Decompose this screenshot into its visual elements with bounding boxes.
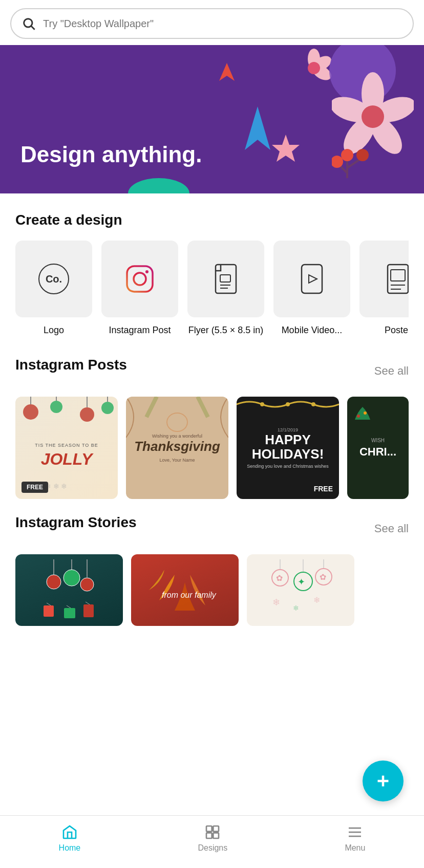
svg-point-45: [286, 402, 290, 406]
svg-rect-28: [302, 265, 322, 293]
instagram-story-red[interactable]: from our family: [131, 554, 239, 626]
svg-line-16: [337, 163, 347, 173]
svg-point-8: [371, 92, 414, 127]
nav-home[interactable]: Home: [59, 824, 81, 853]
svg-rect-57: [83, 604, 94, 617]
svg-point-11: [332, 92, 375, 127]
search-input-wrapper[interactable]: [10, 8, 414, 39]
hero-banner: Design anything.: [0, 45, 424, 193]
story-light-decoration: ✿ ✦ ✿ ❄ ❄ ❄: [265, 559, 336, 621]
menu-icon: [347, 824, 363, 840]
instagram-brand-icon: [124, 264, 155, 294]
design-type-poster-label: Poster: [385, 324, 409, 336]
svg-point-4: [310, 62, 334, 83]
design-type-mobile-video-label: Mobile Video...: [282, 324, 343, 336]
svg-point-47: [357, 415, 360, 418]
fab-create-button[interactable]: [363, 761, 404, 801]
svg-point-19: [332, 156, 343, 168]
story-red-decoration: from our family: [149, 559, 221, 621]
nav-menu[interactable]: Menu: [345, 824, 365, 853]
svg-point-20: [128, 178, 189, 193]
hero-title: Design anything.: [20, 142, 202, 168]
instagram-posts-header: Instagram Posts See all: [15, 357, 409, 385]
design-type-instagram-label: Instagram Post: [109, 324, 171, 336]
post-jolly-title: JOLLY: [35, 450, 98, 469]
svg-text:✿: ✿: [320, 573, 326, 581]
svg-point-12: [362, 105, 384, 128]
svg-rect-78: [206, 833, 212, 838]
instagram-post-thanksgiving[interactable]: Wishing you a wonderful Thanksgiving Lov…: [126, 397, 228, 499]
home-icon: [61, 824, 78, 840]
svg-point-43: [167, 413, 187, 431]
svg-point-35: [50, 401, 62, 413]
svg-text:❄: ❄: [293, 604, 299, 612]
svg-point-54: [80, 578, 94, 591]
svg-text:❄: ❄: [272, 597, 280, 607]
nav-menu-label: Menu: [345, 843, 365, 853]
svg-text:from our family: from our family: [162, 591, 217, 599]
instagram-stories-see-all[interactable]: See all: [374, 522, 409, 535]
svg-marker-29: [309, 275, 317, 283]
design-type-mobile-video-card: [273, 241, 350, 317]
search-icon: [22, 16, 36, 31]
svg-rect-56: [64, 608, 75, 618]
design-type-logo-card: Co.: [15, 241, 92, 317]
instagram-stories-scroll: from our family ✿ ✦ ✿: [15, 554, 409, 626]
svg-rect-79: [214, 833, 219, 838]
design-type-flyer-label: Flyer (5.5 × 8.5 in): [188, 324, 264, 336]
design-type-poster[interactable]: Poster: [359, 241, 409, 336]
svg-point-5: [308, 62, 320, 74]
design-types-scroll: Co. Logo: [15, 241, 409, 341]
design-type-instagram[interactable]: Instagram Post: [101, 241, 178, 336]
story-teal-decoration: [38, 559, 100, 621]
design-type-logo-label: Logo: [44, 324, 64, 336]
nav-home-label: Home: [59, 843, 81, 853]
svg-text:❄: ❄: [313, 596, 320, 604]
instagram-posts-title: Instagram Posts: [15, 357, 127, 373]
post-holidays-badge: FREE: [314, 485, 333, 493]
instagram-posts-see-all[interactable]: See all: [374, 364, 409, 378]
design-type-logo[interactable]: Co. Logo: [15, 241, 92, 336]
post-holidays-title: HAPPY HOLIDAYS!: [242, 432, 334, 462]
instagram-stories-section: Instagram Stories See all: [0, 509, 424, 636]
svg-point-34: [23, 404, 38, 420]
mobile-video-icon: [301, 264, 323, 294]
svg-point-23: [145, 270, 149, 273]
design-type-instagram-card: [101, 241, 178, 317]
search-input[interactable]: [43, 18, 402, 30]
svg-rect-25: [220, 275, 230, 282]
instagram-story-light[interactable]: ✿ ✦ ✿ ❄ ❄ ❄: [247, 554, 354, 626]
svg-point-46: [311, 402, 315, 406]
svg-point-2: [308, 49, 320, 69]
search-bar: [0, 0, 424, 45]
svg-line-15: [347, 158, 363, 168]
svg-point-22: [134, 273, 146, 285]
svg-rect-55: [44, 605, 54, 617]
instagram-story-teal[interactable]: [15, 554, 123, 626]
bottom-navigation: Home Designs Menu: [0, 815, 424, 868]
svg-rect-21: [127, 266, 153, 292]
svg-line-60: [86, 602, 90, 604]
svg-text:✦: ✦: [298, 577, 305, 587]
instagram-post-jolly[interactable]: TIS THE SEASON TO BE JOLLY ❄ ❄ ❄ ❄ ❄ ❄ F…: [15, 397, 118, 499]
create-design-title: Create a design: [15, 212, 409, 228]
instagram-stories-header: Instagram Stories See all: [15, 514, 409, 543]
design-type-mobile-video[interactable]: Mobile Video...: [273, 241, 350, 336]
svg-point-52: [63, 570, 80, 586]
svg-point-9: [365, 111, 408, 159]
svg-point-48: [364, 411, 367, 415]
svg-rect-77: [214, 826, 219, 832]
nav-designs[interactable]: Designs: [198, 824, 227, 853]
svg-rect-76: [206, 826, 212, 832]
svg-point-18: [356, 149, 369, 161]
svg-point-7: [362, 72, 384, 115]
svg-point-17: [341, 149, 353, 161]
instagram-posts-scroll: TIS THE SEASON TO BE JOLLY ❄ ❄ ❄ ❄ ❄ ❄ F…: [15, 397, 409, 499]
instagram-post-happy-holidays[interactable]: 12/1/2019 HAPPY HOLIDAYS! Sending you lo…: [237, 397, 339, 499]
post-jolly-badge: FREE: [22, 482, 48, 493]
svg-line-58: [47, 603, 51, 605]
svg-text:✿: ✿: [276, 574, 283, 582]
design-type-flyer[interactable]: Flyer (5.5 × 8.5 in): [187, 241, 264, 336]
svg-marker-6: [219, 63, 235, 81]
instagram-post-christmas[interactable]: WISH CHRI...: [347, 397, 409, 499]
